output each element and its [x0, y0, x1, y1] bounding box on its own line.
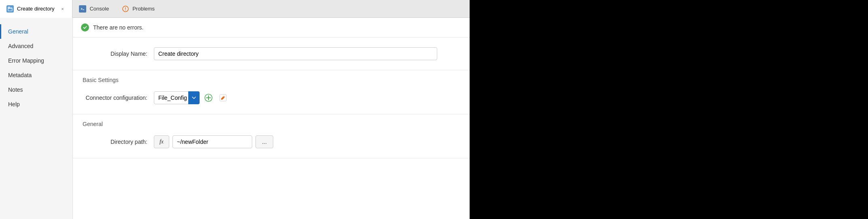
display-name-input[interactable]: [154, 47, 437, 60]
general-section-title: General: [83, 121, 460, 127]
status-message: There are no errors.: [93, 24, 144, 31]
tab-console[interactable]: Console: [72, 0, 115, 18]
tab-bar: Create directory × Console ! Pro: [0, 0, 470, 18]
tab-console-label: Console: [89, 6, 109, 12]
basic-settings-section: Basic Settings Connector configuration: …: [73, 70, 470, 114]
console-icon: [79, 5, 86, 13]
sidebar-item-error-mapping[interactable]: Error Mapping: [0, 53, 72, 68]
connector-select-wrapper: File_Config: [154, 91, 200, 104]
content-area: General Advanced Error Mapping Metadata …: [0, 18, 470, 219]
tab-problems[interactable]: ! Problems: [115, 0, 161, 18]
directory-path-row: Directory path: fx ...: [83, 132, 460, 152]
directory-path-input[interactable]: [172, 135, 252, 148]
directory-path-label: Directory path:: [83, 139, 147, 145]
general-section: General Directory path: fx ...: [73, 114, 470, 158]
add-connector-button[interactable]: [203, 92, 214, 103]
create-directory-tab-icon: [6, 5, 14, 13]
display-name-section: Display Name:: [73, 38, 470, 70]
connector-controls: File_Config: [154, 91, 229, 104]
directory-path-controls: fx ...: [154, 135, 273, 148]
sidebar-item-help[interactable]: Help: [0, 97, 72, 112]
tab-create-directory[interactable]: Create directory ×: [0, 0, 72, 18]
problems-icon: !: [122, 5, 129, 13]
tab-close-button[interactable]: ×: [59, 6, 66, 12]
sidebar-item-notes[interactable]: Notes: [0, 82, 72, 97]
app-window: Create directory × Console ! Pro: [0, 0, 470, 219]
display-name-label: Display Name:: [83, 51, 147, 57]
main-panel: There are no errors. Display Name: Basic…: [73, 18, 470, 219]
sidebar-item-general[interactable]: General: [0, 24, 72, 39]
fx-button[interactable]: fx: [154, 135, 169, 148]
edit-connector-button[interactable]: [217, 92, 229, 103]
svg-point-5: [82, 25, 88, 30]
connector-label: Connector configuration:: [83, 95, 147, 101]
sidebar-item-metadata[interactable]: Metadata: [0, 68, 72, 82]
status-icon: [81, 23, 89, 32]
tab-problems-label: Problems: [132, 6, 155, 12]
connector-row: Connector configuration: File_Config: [83, 88, 460, 107]
display-name-row: Display Name:: [83, 44, 460, 63]
connector-select-arrow[interactable]: [188, 91, 200, 104]
sidebar-item-advanced[interactable]: Advanced: [0, 39, 72, 53]
sidebar: General Advanced Error Mapping Metadata …: [0, 18, 73, 219]
svg-text:!: !: [125, 7, 126, 11]
tab-create-directory-label: Create directory: [17, 6, 54, 12]
status-bar: There are no errors.: [73, 18, 470, 38]
basic-settings-title: Basic Settings: [83, 77, 460, 83]
browse-button[interactable]: ...: [255, 135, 273, 148]
